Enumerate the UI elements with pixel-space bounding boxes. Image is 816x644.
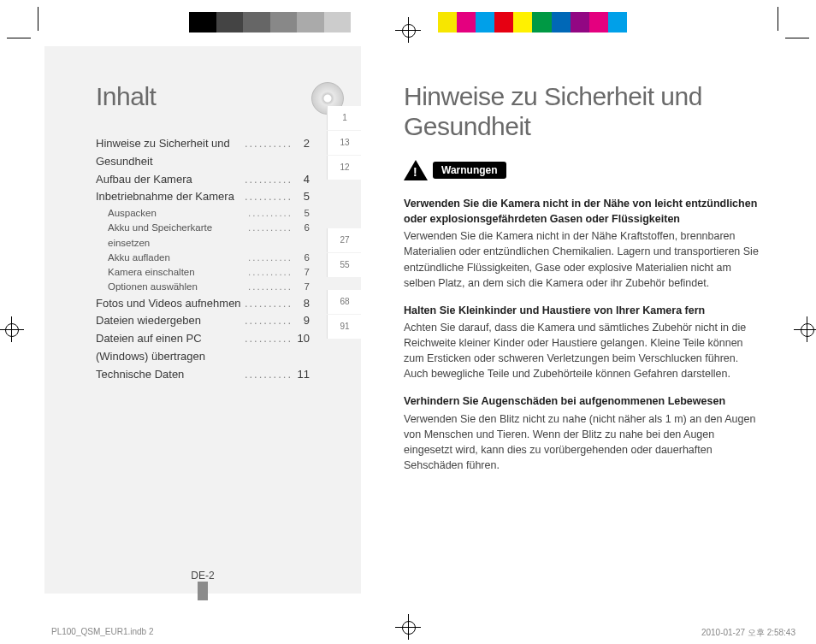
toc-page: 8 [296,295,310,313]
warning-bold: Halten Sie Kleinkinder und Haustiere von… [404,303,763,318]
registration-mark-icon [395,17,421,43]
warning-bold: Verwenden Sie die Kamera nicht in der Nä… [404,196,763,227]
warning-body: Verwenden Sie die Kamera nicht in der Nä… [404,230,759,288]
warning-triangle-icon [404,160,428,180]
toc-label: Fotos und Videos aufnehmen [96,295,241,313]
right-column: Hinweise zu Sicherheit und Gesundheit Wa… [361,46,772,594]
section-title: Hinweise zu Sicherheit und Gesundheit [404,82,763,141]
toc-row: Akku aufladen..........6 [108,251,310,265]
toc-page: 7 [296,265,310,280]
toc-label: Dateien wiedergeben [96,312,241,330]
table-of-contents: Hinweise zu Sicherheit und Gesundheit...… [96,135,310,384]
toc-page: 6 [296,221,310,251]
registration-mark-icon [0,316,24,342]
toc-label: Akku aufladen [108,251,245,265]
warning-paragraph: Verhindern Sie Augenschäden bei aufgenom… [404,393,763,473]
toc-row: Dateien wiedergeben..........9 [96,312,310,330]
toc-row: Technische Daten..........11 [96,366,310,384]
toc-row: Inbetriebnahme der Kamera..........5 [96,188,310,206]
toc-row: Hinweise zu Sicherheit und Gesundheit...… [96,135,310,171]
crop-mark-icon [785,38,809,38]
toc-dots: .......... [248,206,293,221]
toc-page: 5 [296,206,310,221]
toc-page: 9 [296,312,310,330]
page-spread: Inhalt Hinweise zu Sicherheit und Gesund… [44,46,772,594]
toc-label: Dateien auf einen PC (Windows) übertrage… [96,330,241,366]
toc-label: Aufbau der Kamera [96,171,241,189]
toc-page: 5 [296,188,310,206]
toc-row: Akku und Speicherkarte einsetzen........… [108,221,310,251]
print-footer: PL100_QSM_EUR1.indb 2 2010-01-27 오후 2:58… [51,627,795,639]
toc-row: Auspacken..........5 [108,206,310,221]
toc-label: Akku und Speicherkarte einsetzen [108,221,245,251]
toc-page: 10 [296,330,310,366]
toc-label: Technische Daten [96,366,241,384]
toc-dots: .......... [245,171,293,189]
toc-row: Aufbau der Kamera..........4 [96,171,310,189]
toc-label: Inbetriebnahme der Kamera [96,188,241,206]
toc-label: Kamera einschalten [108,265,245,280]
toc-page: 4 [296,171,310,189]
footer-timestamp: 2010-01-27 오후 2:58:43 [701,627,795,639]
registration-mark-icon [794,316,816,342]
toc-dots: .......... [245,188,293,206]
left-column: Inhalt Hinweise zu Sicherheit und Gesund… [44,46,361,594]
toc-dots: .......... [245,295,293,313]
toc-row: Kamera einschalten..........7 [108,265,310,280]
crop-mark-icon [7,38,31,38]
toc-row: Dateien auf einen PC (Windows) übertrage… [96,330,310,366]
thumb-tab: 1 [327,106,362,130]
thumb-tab: 12 [327,156,362,180]
crop-mark-icon [778,7,778,31]
thumb-tab: 13 [327,131,362,155]
warning-bold: Verhindern Sie Augenschäden bei aufgenom… [404,393,763,409]
warning-paragraph: Halten Sie Kleinkinder und Haustiere von… [404,303,763,382]
toc-dots: .......... [248,265,293,280]
toc-label: Optionen auswählen [108,280,245,294]
page-code: DE-2 [191,570,214,582]
toc-dots: .......... [248,221,293,251]
toc-dots: .......... [245,135,293,171]
toc-dots: .......... [248,251,293,265]
toc-label: Auspacken [108,206,245,221]
toc-dots: .......... [245,312,293,330]
toc-page: 2 [296,135,310,171]
toc-dots: .......... [248,280,293,294]
warning-paragraph: Verwenden Sie die Kamera nicht in der Nä… [404,196,763,291]
thumb-tab: 68 [327,290,362,314]
toc-row: Fotos und Videos aufnehmen..........8 [96,295,310,313]
toc-dots: .......... [245,366,293,384]
thumb-tab-icon [198,582,208,600]
crop-mark-icon [38,7,38,31]
thumb-index-tabs: 1131227556891 [327,106,361,340]
thumb-tab: 27 [327,228,362,252]
thumb-tab: 55 [327,253,362,277]
warning-body: Achten Sie darauf, dass die Kamera und s… [404,322,746,380]
toc-row: Optionen auswählen..........7 [108,280,310,294]
warning-body: Verwenden Sie den Blitz nicht zu nahe (n… [404,413,755,471]
toc-dots: .......... [245,330,293,366]
thumb-tab: 91 [327,315,362,339]
toc-page: 11 [296,366,310,384]
warning-label: Warnungen [433,162,506,179]
toc-page: 6 [296,251,310,265]
warning-heading: Warnungen [404,160,763,180]
footer-file: PL100_QSM_EUR1.indb 2 [51,627,154,639]
toc-page: 7 [296,280,310,294]
toc-label: Hinweise zu Sicherheit und Gesundheit [96,135,241,171]
